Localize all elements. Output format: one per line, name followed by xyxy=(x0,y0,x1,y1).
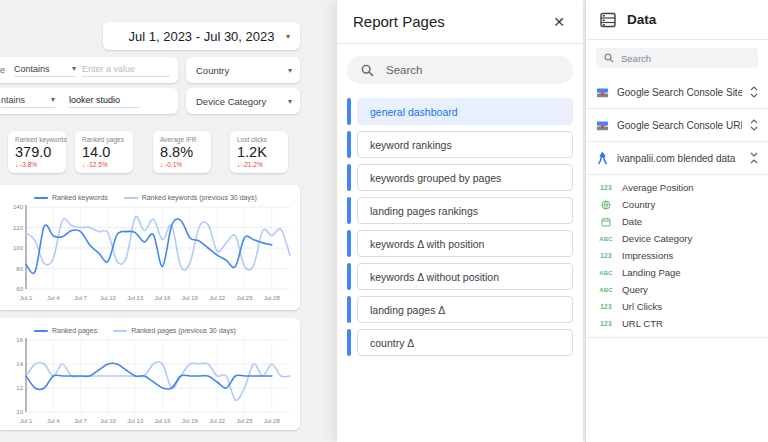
svg-text:10: 10 xyxy=(16,409,23,415)
search-icon xyxy=(604,53,614,63)
field-url-clicks[interactable]: 123 Url Clicks xyxy=(586,298,768,315)
number-field-icon: 123 xyxy=(600,184,611,191)
filter-control-keyword: ntains ▾ xyxy=(0,88,178,114)
data-panel: Data Google Search Console Site Google S… xyxy=(585,0,768,442)
field-url-ctr[interactable]: 123 URL CTR xyxy=(586,315,768,332)
page-accent-bar xyxy=(347,164,351,191)
page-item-keywords-delta-without-position[interactable]: keywords Δ without position xyxy=(347,263,573,290)
date-range-value: Jul 1, 2023 - Jul 30, 2023 xyxy=(129,29,275,44)
panel-title: Data xyxy=(627,12,656,27)
data-search-input[interactable] xyxy=(621,53,741,64)
svg-text:12: 12 xyxy=(16,385,23,391)
legend-item: Ranked keywords (previous 30 days) xyxy=(124,194,257,201)
svg-text:Jul 16: Jul 16 xyxy=(155,295,172,301)
field-impressions[interactable]: 123 Impressions xyxy=(586,247,768,264)
unfold-more-icon[interactable] xyxy=(750,86,758,98)
page-accent-bar xyxy=(347,230,351,257)
data-source-blended[interactable]: ivanpalii.com blended data xyxy=(586,142,768,175)
scorecard-average-ifr: Average IFR 8.8% ↓ -0.1% xyxy=(153,131,211,173)
search-console-icon xyxy=(596,86,609,99)
arrow-down-icon: ↓ xyxy=(237,161,240,168)
page-accent-bar xyxy=(347,197,351,224)
svg-text:Jul 28: Jul 28 xyxy=(264,418,281,424)
pages-search-input[interactable] xyxy=(386,64,546,76)
page-accent-bar xyxy=(347,131,351,158)
data-source-gsc-site[interactable]: Google Search Console Site xyxy=(586,76,768,109)
text-field-icon: ABC xyxy=(599,236,613,242)
svg-text:140: 140 xyxy=(13,204,24,210)
page-accent-bar xyxy=(347,296,351,323)
data-panel-icon xyxy=(600,12,617,28)
search-icon xyxy=(361,64,374,77)
svg-text:Jul 1: Jul 1 xyxy=(20,418,33,424)
svg-text:Jul 19: Jul 19 xyxy=(182,418,199,424)
svg-text:Jul 22: Jul 22 xyxy=(209,295,226,301)
chevron-down-icon: ▾ xyxy=(72,64,76,73)
unfold-less-icon[interactable] xyxy=(750,152,758,164)
date-range-control[interactable]: Jul 1, 2023 - Jul 30, 2023 ▾ xyxy=(103,22,300,50)
field-device-category[interactable]: ABC Device Category xyxy=(586,230,768,247)
chevron-down-icon: ▾ xyxy=(286,32,290,41)
number-field-icon: 123 xyxy=(600,320,611,327)
scorecard-ranked-keywords: Ranked keywords 379.0 ↓ -3.8% xyxy=(8,131,66,173)
filter-condition-dropdown[interactable]: Contains ▾ xyxy=(14,64,76,77)
page-item-keyword-rankings[interactable]: keyword rankings xyxy=(347,131,573,158)
field-list: 123 Average Position Country Dat xyxy=(586,175,768,338)
report-pages-header: Report Pages ✕ xyxy=(337,0,583,44)
ranked-pages-chart: Ranked pagesRanked pages (previous 30 da… xyxy=(0,318,300,430)
page-accent-bar xyxy=(347,329,351,356)
field-average-position[interactable]: 123 Average Position xyxy=(586,179,768,196)
field-date[interactable]: Date xyxy=(586,213,768,230)
svg-text:60: 60 xyxy=(16,286,23,292)
svg-text:Jul 22: Jul 22 xyxy=(209,418,226,424)
page-item-general-dashboard[interactable]: general dashboard xyxy=(347,98,573,125)
page-accent-bar xyxy=(347,98,351,125)
date-field-icon xyxy=(598,217,614,227)
blend-data-icon xyxy=(596,152,609,165)
svg-text:Jul 16: Jul 16 xyxy=(155,418,172,424)
chevron-down-icon: ▾ xyxy=(288,66,292,75)
scorecard-ranked-pages: Ranked pages 14.0 ↓ -12.5% xyxy=(75,131,133,173)
device-category-filter-dropdown[interactable]: Device Category ▾ xyxy=(186,88,300,114)
report-pages-panel: Report Pages ✕ general dashboard keyword… xyxy=(337,0,583,442)
legend-item: Ranked pages xyxy=(34,327,97,334)
field-query[interactable]: ABC Query xyxy=(586,281,768,298)
filter-value-input[interactable] xyxy=(69,95,139,108)
svg-text:14: 14 xyxy=(16,361,23,367)
svg-text:16: 16 xyxy=(16,337,23,343)
divider xyxy=(586,337,768,338)
ranked-keywords-chart: Ranked keywordsRanked keywords (previous… xyxy=(0,185,300,310)
arrow-down-icon: ↓ xyxy=(160,161,163,168)
legend-item: Ranked pages (previous 30 days) xyxy=(113,327,236,334)
filter-value-input[interactable] xyxy=(82,64,170,77)
chevron-down-icon: ▾ xyxy=(51,95,55,104)
country-filter-dropdown[interactable]: Country ▾ xyxy=(186,57,300,83)
filter-control-query: e Contains ▾ xyxy=(0,57,178,83)
filter-condition-dropdown[interactable]: ntains ▾ xyxy=(1,95,55,108)
field-country[interactable]: Country xyxy=(586,196,768,213)
page-accent-bar xyxy=(347,263,351,290)
chart-legend: Ranked pagesRanked pages (previous 30 da… xyxy=(0,318,300,335)
svg-text:Jul 25: Jul 25 xyxy=(236,295,253,301)
page-item-landing-pages-rankings[interactable]: landing pages rankings xyxy=(347,197,573,224)
line-chart: 10121416Jul 1Jul 4Jul 7Jul 10Jul 13Jul 1… xyxy=(2,335,298,425)
svg-text:Jul 1: Jul 1 xyxy=(20,295,33,301)
data-search-box[interactable] xyxy=(596,48,758,68)
arrow-down-icon: ↓ xyxy=(15,161,18,168)
legend-item: Ranked keywords xyxy=(34,194,108,201)
svg-text:Jul 13: Jul 13 xyxy=(127,418,144,424)
chevron-down-icon: ▾ xyxy=(288,97,292,106)
page-list: general dashboard keyword rankings keywo… xyxy=(337,98,583,356)
unfold-more-icon[interactable] xyxy=(750,119,758,131)
search-console-icon xyxy=(596,119,609,132)
page-item-landing-pages-delta[interactable]: landing pages Δ xyxy=(347,296,573,323)
close-icon[interactable]: ✕ xyxy=(553,14,565,30)
page-item-keywords-delta-with-position[interactable]: keywords Δ with position xyxy=(347,230,573,257)
filter-field-label: e xyxy=(0,65,12,75)
field-landing-page[interactable]: ABC Landing Page xyxy=(586,264,768,281)
pages-search-box[interactable] xyxy=(347,56,573,84)
page-item-keywords-grouped-by-pages[interactable]: keywords grouped by pages xyxy=(347,164,573,191)
arrow-down-icon: ↓ xyxy=(82,161,85,168)
page-item-country-delta[interactable]: country Δ xyxy=(347,329,573,356)
data-source-gsc-url[interactable]: Google Search Console URL xyxy=(586,109,768,142)
